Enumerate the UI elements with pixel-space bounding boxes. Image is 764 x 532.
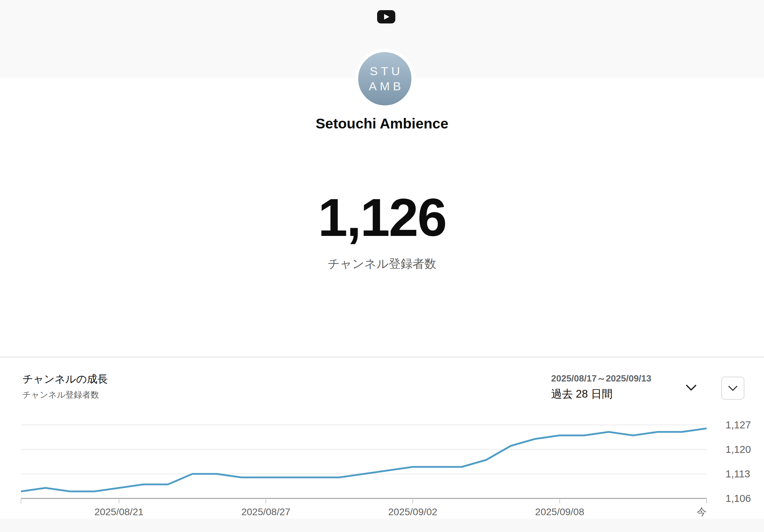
x-tick-label: 今 bbox=[697, 506, 707, 517]
date-range-period: 過去 28 日間 bbox=[551, 387, 697, 401]
y-tick-label: 1,127 bbox=[725, 419, 751, 430]
avatar-text-line1: STU bbox=[367, 64, 403, 79]
y-tick-label: 1,113 bbox=[725, 468, 750, 479]
section-divider bbox=[0, 357, 764, 357]
y-tick-label: 1,120 bbox=[725, 444, 751, 455]
channel-name: Setouchi Ambience bbox=[0, 115, 764, 132]
growth-card-subtitle: チャンネル登録者数 bbox=[22, 389, 99, 400]
subscriber-count-label: チャンネル登録者数 bbox=[0, 256, 764, 272]
chart-options-button[interactable] bbox=[721, 377, 744, 400]
subscriber-count: 1,126 bbox=[0, 191, 764, 244]
date-range-text: 2025/08/17～2025/09/13 bbox=[551, 373, 697, 384]
growth-card-title: チャンネルの成長 bbox=[22, 372, 108, 386]
x-tick-label: 2025/08/21 bbox=[95, 506, 144, 517]
x-tick-label: 2025/09/08 bbox=[535, 506, 584, 517]
x-tick-label: 2025/09/02 bbox=[388, 506, 437, 517]
chart-line bbox=[21, 428, 707, 491]
x-tick-label: 2025/08/27 bbox=[241, 506, 290, 517]
youtube-logo-icon[interactable] bbox=[377, 10, 395, 23]
chevron-down-icon bbox=[728, 385, 738, 391]
date-range-selector[interactable]: 2025/08/17～2025/09/13 過去 28 日間 bbox=[551, 373, 697, 400]
growth-chart: 1,1271,1201,1131,1062025/08/212025/08/27… bbox=[0, 418, 764, 523]
chevron-down-icon bbox=[686, 384, 697, 391]
avatar-text-line2: AMB bbox=[366, 79, 404, 94]
avatar: STU AMB bbox=[355, 49, 415, 108]
page-root: STU AMB Setouchi Ambience 1,126 チャンネル登録者… bbox=[0, 0, 764, 532]
bottom-section-band bbox=[0, 519, 764, 532]
y-tick-label: 1,106 bbox=[725, 493, 751, 504]
